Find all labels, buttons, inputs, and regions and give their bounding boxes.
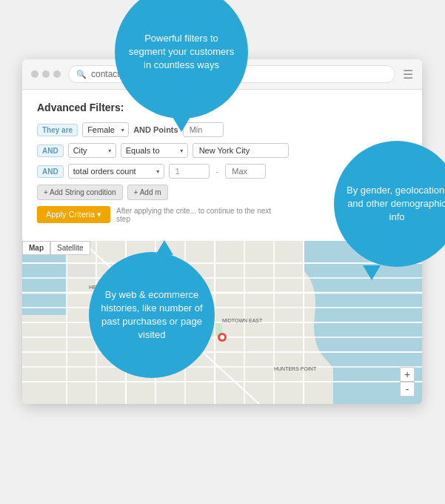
metric-select[interactable]: total orders count page visits	[68, 164, 164, 179]
add-more-button[interactable]: + Add m	[127, 185, 168, 200]
and-tag-2: AND	[37, 165, 64, 178]
browser-dots	[31, 70, 61, 78]
criteria-hint-text: After applying the crite... to continue …	[116, 207, 279, 223]
they-are-tag: They are	[37, 124, 78, 136]
svg-text:HUNTERS POINT: HUNTERS POINT	[274, 366, 317, 371]
and-tag-1: AND	[37, 145, 64, 157]
metric-select-wrapper[interactable]: total orders count page visits	[68, 164, 164, 179]
gender-select-wrapper[interactable]: Female Male All	[82, 122, 129, 137]
dot-green	[53, 70, 61, 78]
range-separator: -	[216, 167, 219, 176]
menu-icon[interactable]: ☰	[403, 67, 413, 82]
map-tabs: Map Satellite	[22, 241, 90, 255]
svg-rect-29	[68, 265, 95, 276]
bubble-filters-text: Powerful filters to segment your custome…	[127, 32, 236, 73]
map-tab-satellite[interactable]: Satellite	[50, 241, 90, 255]
zoom-in-button[interactable]: +	[400, 367, 415, 382]
field-select[interactable]: City State Country	[68, 143, 116, 158]
metric-max-input[interactable]	[225, 164, 266, 179]
map-section: Map Satellite	[22, 241, 422, 404]
zoom-out-button[interactable]: -	[400, 382, 415, 397]
gender-select[interactable]: Female Male All	[82, 122, 129, 137]
bubble-ecommerce-text: By web & ecommerce histories, like numbe…	[101, 288, 203, 342]
field-select-wrapper[interactable]: City State Country	[68, 143, 116, 158]
map-tab-map[interactable]: Map	[22, 241, 50, 255]
add-string-condition-button[interactable]: + Add String condition	[37, 185, 123, 200]
metric-value-input[interactable]	[169, 164, 210, 179]
bubble-ecommerce: By web & ecommerce histories, like numbe…	[89, 252, 215, 378]
operator-select[interactable]: Equals to Not equals to Contains	[121, 143, 188, 158]
svg-text:MIDTOWN EAST: MIDTOWN EAST	[222, 318, 263, 323]
city-value-input[interactable]	[193, 143, 289, 158]
filter-row-1: They are Female Male All AND Points	[37, 122, 407, 137]
points-label: AND Points	[133, 125, 178, 134]
svg-point-33	[220, 335, 224, 339]
search-icon: 🔍	[76, 70, 87, 79]
map-background: HELL'S KIT... MIDTOWN MIDTOWN EAST HUNTE…	[22, 241, 422, 404]
apply-criteria-button[interactable]: Apply Criteria ▾	[37, 206, 110, 223]
dot-yellow	[42, 70, 50, 78]
operator-select-wrapper[interactable]: Equals to Not equals to Contains	[121, 143, 188, 158]
map-zoom-controls: + -	[400, 367, 415, 397]
bubble-demographics-text: By gender, geolocation, and other demogr…	[346, 184, 445, 225]
dot-red	[31, 70, 39, 78]
filter-row-2: AND City State Country Equals to Not equ…	[37, 143, 407, 158]
